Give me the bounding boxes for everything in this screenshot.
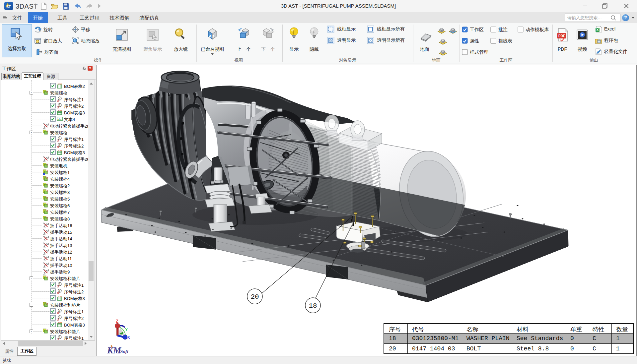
svg-text:ST: ST <box>7 5 11 9</box>
svg-text:X: X <box>596 28 599 32</box>
svg-text:abc: abc <box>58 118 62 121</box>
svg-text:AB: AB <box>209 34 214 38</box>
svg-text:20: 20 <box>250 293 259 301</box>
svg-text:Z: Z <box>116 319 118 324</box>
svg-text:PDF: PDF <box>558 34 565 38</box>
svg-text:1: 1 <box>59 144 60 146</box>
svg-text:1: 1 <box>59 283 60 285</box>
svg-text:1: 1 <box>59 104 60 106</box>
svg-text:1: 1 <box>59 316 60 319</box>
svg-text:X: X <box>127 335 130 340</box>
svg-text:18: 18 <box>309 302 317 310</box>
svg-text:1: 1 <box>59 336 60 338</box>
svg-text:1: 1 <box>59 137 60 140</box>
svg-text:1: 1 <box>59 97 60 100</box>
svg-text:1: 1 <box>59 290 60 292</box>
svg-text:1: 1 <box>59 310 60 312</box>
svg-text:Y: Y <box>125 328 128 333</box>
svg-text:Soft: Soft <box>120 349 129 354</box>
svg-text:KM: KM <box>107 345 121 355</box>
